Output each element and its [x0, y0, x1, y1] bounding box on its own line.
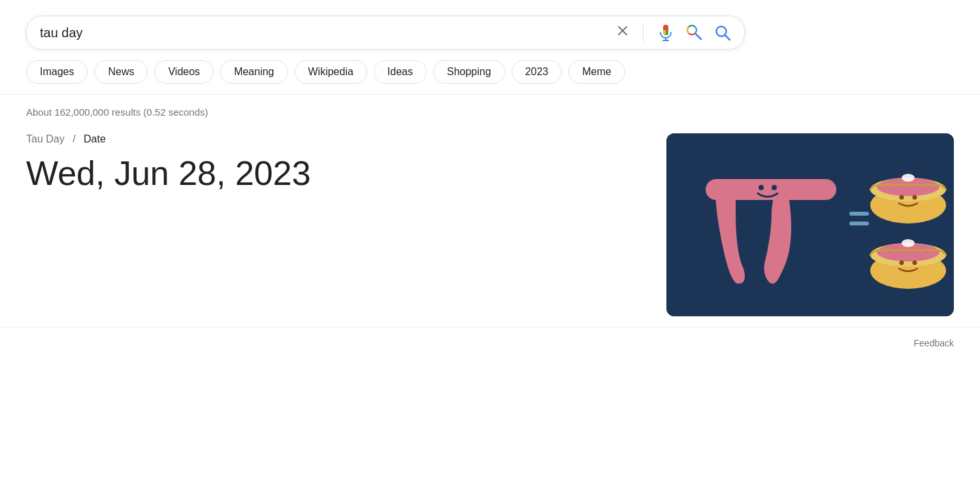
- svg-point-20: [902, 174, 915, 182]
- chip-wikipedia[interactable]: Wikipedia: [295, 60, 367, 84]
- date-value: Wed, Jun 28, 2023: [26, 153, 640, 193]
- breadcrumb: Tau Day / Date: [26, 133, 640, 145]
- svg-rect-16: [849, 222, 869, 225]
- search-button-icon[interactable]: [714, 24, 731, 41]
- chip-meme[interactable]: Meme: [568, 60, 625, 84]
- svg-point-26: [902, 239, 915, 247]
- breadcrumb-link[interactable]: Tau Day: [26, 133, 65, 144]
- search-bar-icons: [615, 24, 731, 42]
- tau-day-image[interactable]: [666, 133, 954, 316]
- main-content: Tau Day / Date Wed, Jun 28, 2023: [0, 123, 980, 327]
- svg-rect-15: [849, 212, 869, 216]
- feedback-link[interactable]: Feedback: [914, 338, 954, 348]
- chip-ideas[interactable]: Ideas: [374, 60, 427, 84]
- svg-point-13: [759, 185, 764, 190]
- svg-point-27: [900, 261, 904, 265]
- left-panel: Tau Day / Date Wed, Jun 28, 2023: [26, 133, 640, 316]
- chip-images[interactable]: Images: [26, 60, 88, 84]
- clear-icon[interactable]: [615, 24, 630, 42]
- vertical-divider: [643, 24, 644, 42]
- breadcrumb-separator: /: [73, 133, 75, 144]
- svg-point-22: [913, 195, 917, 200]
- results-summary: About 162,000,000 results (0.52 seconds): [0, 95, 980, 123]
- search-input[interactable]: tau day: [40, 25, 615, 41]
- chip-2023[interactable]: 2023: [512, 60, 563, 84]
- chip-videos[interactable]: Videos: [154, 60, 214, 84]
- svg-rect-11: [666, 133, 954, 316]
- svg-point-21: [900, 195, 904, 200]
- mic-icon[interactable]: [657, 24, 675, 42]
- svg-line-10: [725, 35, 730, 40]
- svg-line-8: [696, 34, 701, 39]
- right-panel: [666, 133, 954, 316]
- svg-point-14: [772, 185, 777, 190]
- breadcrumb-current: Date: [84, 133, 106, 144]
- feedback-area: Feedback: [0, 327, 980, 359]
- chip-news[interactable]: News: [94, 60, 148, 84]
- lens-icon[interactable]: [685, 24, 704, 42]
- chip-meaning[interactable]: Meaning: [220, 60, 287, 84]
- filter-chips-bar: Images News Videos Meaning Wikipedia Ide…: [0, 50, 980, 95]
- svg-point-28: [913, 261, 917, 265]
- search-bar-container: tau day: [0, 0, 980, 50]
- chip-shopping[interactable]: Shopping: [433, 60, 505, 84]
- search-bar: tau day: [26, 16, 745, 50]
